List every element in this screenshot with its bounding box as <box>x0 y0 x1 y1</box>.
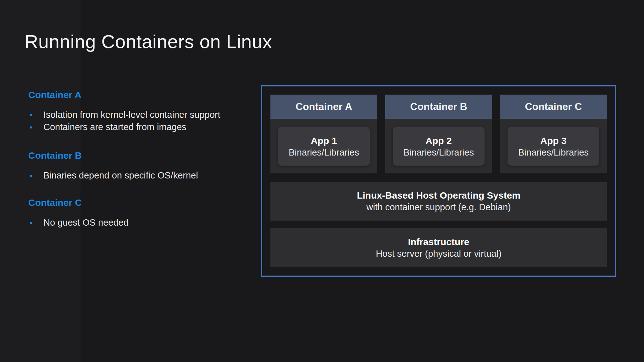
bullet-icon: • <box>28 121 43 133</box>
container-body: App 3 Binaries/Libraries <box>500 119 607 173</box>
note-heading: Container A <box>28 89 236 101</box>
bullet-icon: • <box>28 109 43 121</box>
note-heading: Container B <box>28 150 236 161</box>
container-header: Container A <box>270 95 377 119</box>
note-section-container-a: Container A • Isolation from kernel-leve… <box>28 89 236 133</box>
bullet-text: Binaries depend on specific OS/kernel <box>43 169 198 181</box>
container-header: Container C <box>500 95 607 119</box>
note-section-container-c: Container C • No guest OS needed <box>28 197 236 229</box>
bullet-icon: • <box>28 170 43 182</box>
bullet-text: Isolation from kernel-level container su… <box>43 109 220 121</box>
page-title: Running Containers on Linux <box>25 31 272 52</box>
container-columns: Container A App 1 Binaries/Libraries Con… <box>270 95 607 173</box>
app-title: App 3 <box>540 135 566 147</box>
app-subtitle: Binaries/Libraries <box>518 147 589 158</box>
layer-subtitle: Host server (physical or virtual) <box>376 248 502 259</box>
app-subtitle: Binaries/Libraries <box>289 147 359 158</box>
slide: Running Containers on Linux Container A … <box>0 0 644 362</box>
layer-title: Linux-Based Host Operating System <box>357 189 520 201</box>
container-column-a: Container A App 1 Binaries/Libraries <box>270 95 377 173</box>
container-column-c: Container C App 3 Binaries/Libraries <box>500 95 607 173</box>
container-header: Container B <box>385 95 492 119</box>
container-body: App 1 Binaries/Libraries <box>270 119 377 173</box>
app-box: App 2 Binaries/Libraries <box>393 127 485 166</box>
note-list: • Isolation from kernel-level container … <box>28 109 236 133</box>
list-item: • No guest OS needed <box>28 217 236 229</box>
app-subtitle: Binaries/Libraries <box>403 147 474 158</box>
list-item: • Isolation from kernel-level container … <box>28 109 236 121</box>
containers-diagram: Container A App 1 Binaries/Libraries Con… <box>261 85 616 277</box>
note-list: • No guest OS needed <box>28 217 236 229</box>
note-heading: Container C <box>28 197 236 208</box>
layer-title: Infrastructure <box>408 236 469 248</box>
container-header-label: Container A <box>296 101 352 112</box>
app-box: App 3 Binaries/Libraries <box>508 127 599 166</box>
layer-subtitle: with container support (e.g. Debian) <box>366 201 511 213</box>
list-item: • Containers are started from images <box>28 121 236 133</box>
note-section-container-b: Container B • Binaries depend on specifi… <box>28 150 236 182</box>
note-list: • Binaries depend on specific OS/kernel <box>28 169 236 182</box>
container-header-label: Container B <box>410 101 467 112</box>
app-title: App 1 <box>311 135 337 147</box>
list-item: • Binaries depend on specific OS/kernel <box>28 169 236 182</box>
infrastructure-layer: Infrastructure Host server (physical or … <box>270 228 607 267</box>
app-box: App 1 Binaries/Libraries <box>278 127 370 166</box>
container-header-label: Container C <box>525 101 582 112</box>
host-os-layer: Linux-Based Host Operating System with c… <box>270 182 607 221</box>
container-body: App 2 Binaries/Libraries <box>385 119 492 173</box>
bullet-icon: • <box>28 217 43 229</box>
app-title: App 2 <box>425 135 452 147</box>
bullet-text: Containers are started from images <box>43 121 186 133</box>
container-column-b: Container B App 2 Binaries/Libraries <box>385 95 492 173</box>
bullet-text: No guest OS needed <box>43 217 129 228</box>
